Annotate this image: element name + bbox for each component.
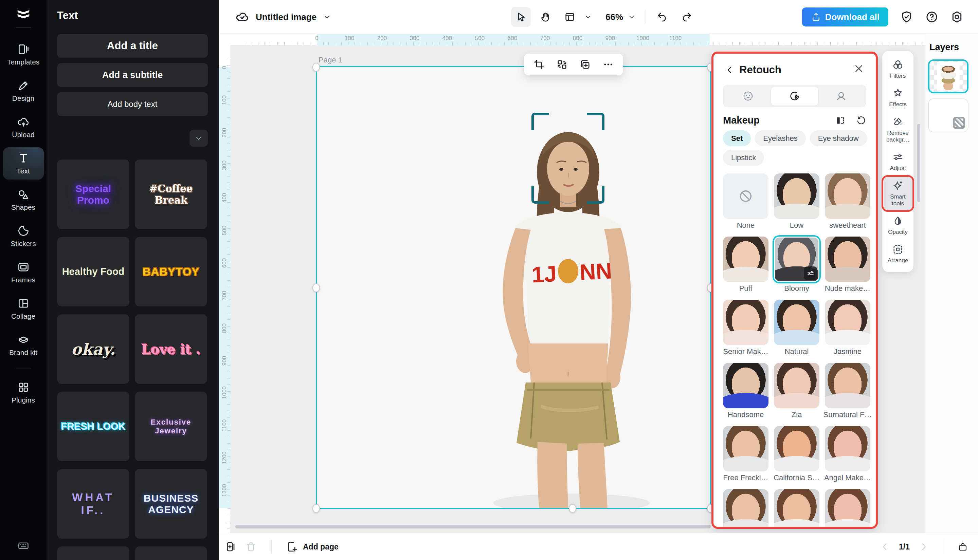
resize-handle-left[interactable] [312, 283, 320, 292]
makeup-preset-puff[interactable]: Puff [723, 237, 768, 282]
sidebar-item-text[interactable]: Text [3, 147, 44, 180]
help-icon[interactable] [925, 10, 939, 24]
makeup-preset-senior-mak[interactable]: Senior Mak… [723, 300, 768, 345]
makeup-preset-none[interactable]: None [723, 173, 768, 219]
hand-tool[interactable] [536, 7, 555, 27]
add-body-text-button[interactable]: Add body text [57, 92, 208, 116]
makeup-preset-california-s[interactable]: California S… [774, 426, 819, 472]
makeup-preset-natural[interactable]: Natural [774, 300, 819, 345]
collapse-section-button[interactable] [190, 130, 208, 147]
rail-item-effects[interactable]: Effects [884, 85, 912, 111]
add-page-button[interactable]: Add page [286, 541, 339, 553]
rail-item-filters[interactable]: Filters [884, 56, 912, 82]
makeup-preset-sweetheart[interactable]: sweetheart [825, 173, 870, 219]
makeup-icon [789, 90, 800, 102]
layer-background[interactable] [928, 98, 968, 132]
resize-handle-bottom[interactable] [569, 504, 576, 513]
makeup-preset-free-freckl[interactable]: Free Freckl… [723, 426, 768, 472]
face-retouch-tab[interactable] [725, 87, 771, 105]
reset-icon[interactable] [856, 115, 866, 125]
text-style-coffee-break[interactable]: #Coffee Break [135, 160, 207, 229]
next-page-icon[interactable] [919, 542, 929, 552]
trash-icon[interactable] [245, 541, 257, 553]
text-style-exclusive-jewelry[interactable]: Exclusive Jewelry [135, 392, 207, 461]
previous-page-icon[interactable] [880, 542, 890, 552]
makeup-preset-item[interactable] [825, 489, 870, 529]
document-title[interactable]: Untitled image [256, 12, 317, 22]
rail-item-remove-backgr[interactable]: Remove backgr… [884, 113, 912, 146]
vertical-scrollbar[interactable] [917, 124, 920, 202]
sidebar-item-stickers[interactable]: Stickers [3, 220, 44, 252]
back-icon[interactable] [725, 65, 734, 75]
makeup-preset-low[interactable]: Low [774, 173, 819, 219]
makeup-preset-surnatural-f[interactable]: Surnatural F… [825, 363, 870, 408]
makeup-preset-nude-make[interactable]: Nude make… [825, 237, 870, 282]
sidebar-item-brand-kit[interactable]: Brand kit [3, 329, 44, 361]
makeup-preset-item[interactable] [723, 489, 768, 529]
sidebar-item-design[interactable]: Design [3, 75, 44, 107]
text-style-what-if[interactable]: WHAT IF.. [57, 469, 129, 538]
close-icon[interactable] [853, 63, 864, 74]
sidebar-item-templates[interactable]: Templates [3, 38, 44, 71]
horizontal-scrollbar[interactable] [235, 525, 711, 528]
chevron-down-icon[interactable] [628, 13, 635, 21]
resize-handle-bottom-left[interactable] [312, 504, 320, 513]
crop-icon[interactable] [533, 59, 545, 70]
text-style-love-it[interactable]: Love it . [135, 314, 207, 384]
text-style-okay[interactable]: okay. [57, 314, 129, 384]
download-all-button[interactable]: Download all [802, 7, 888, 27]
select-tool[interactable] [511, 7, 531, 27]
resize-handle-top-left[interactable] [312, 63, 320, 72]
compare-icon[interactable] [835, 115, 845, 125]
chip-set[interactable]: Set [723, 130, 751, 146]
rail-item-arrange[interactable]: Arrange [884, 241, 912, 267]
text-style-special-promo[interactable]: Special Promo [57, 160, 129, 229]
sidebar-item-shapes[interactable]: Shapes [3, 183, 44, 216]
model-photo[interactable]: 1J NN [317, 67, 710, 508]
sidebar-item-upload[interactable]: Upload [3, 111, 44, 143]
makeup-preset-jasmine[interactable]: Jasmine [825, 300, 870, 345]
sidebar-item-frames[interactable]: Frames [3, 256, 44, 288]
makeup-preset-handsome[interactable]: Handsome [723, 363, 768, 408]
text-style-item[interactable] [135, 547, 207, 560]
duplicate-icon[interactable] [579, 59, 591, 70]
capcut-logo-icon[interactable] [13, 6, 33, 22]
duplicate-page-icon[interactable] [224, 541, 236, 553]
text-style-healthy-food[interactable]: Healthy Food [57, 237, 129, 307]
chip-lipstick[interactable]: Lipstick [723, 150, 764, 166]
chip-eyelashes[interactable]: Eyelashes [755, 130, 806, 146]
keyboard-shortcuts-icon[interactable] [16, 540, 31, 552]
sidebar-item-collage[interactable]: Collage [3, 293, 44, 325]
makeup-preset-bloomy[interactable]: Bloomy [774, 237, 819, 282]
text-style-babytoy[interactable]: BABYTOY [135, 237, 207, 307]
body-retouch-tab[interactable] [818, 87, 865, 105]
zoom-level[interactable]: 66% [606, 12, 623, 22]
makeup-preset-angel-make[interactable]: Angel Make… [825, 426, 870, 472]
add-subtitle-button[interactable]: Add a subtitle [57, 63, 208, 87]
add-title-button[interactable]: Add a title [57, 34, 208, 58]
more-icon[interactable] [602, 59, 614, 70]
text-style-business-agency[interactable]: BUSINESS AGENCY [135, 469, 207, 538]
chip-eye-shadow[interactable]: Eye shadow [810, 130, 867, 146]
undo-icon[interactable] [656, 11, 668, 23]
layer-image[interactable] [928, 59, 968, 93]
rail-item-label: Remove backgr… [884, 130, 911, 143]
collapse-panel-icon[interactable] [958, 542, 968, 552]
text-style-item[interactable] [57, 547, 129, 560]
rail-item-opacity[interactable]: Opacity [884, 212, 912, 238]
settings-icon[interactable] [950, 10, 964, 24]
adjust-preset-badge[interactable] [804, 267, 818, 280]
canvas-page[interactable]: 1J NN [317, 67, 710, 508]
replace-icon[interactable] [556, 59, 568, 70]
text-style-fresh-look[interactable]: FRESH LOOK [57, 392, 129, 461]
chevron-down-icon[interactable] [323, 13, 331, 22]
redo-icon[interactable] [681, 11, 693, 23]
rail-item-adjust[interactable]: Adjust [884, 149, 912, 175]
makeup-preset-zia[interactable]: Zia [774, 363, 819, 408]
shield-check-icon[interactable] [900, 10, 913, 24]
sidebar-item-plugins[interactable]: Plugins [3, 377, 44, 408]
rail-item-smart-tools[interactable]: Smart tools [884, 177, 912, 210]
makeup-tab[interactable] [771, 87, 818, 105]
canvas-size-tool[interactable] [560, 7, 580, 27]
makeup-preset-item[interactable] [774, 489, 819, 529]
